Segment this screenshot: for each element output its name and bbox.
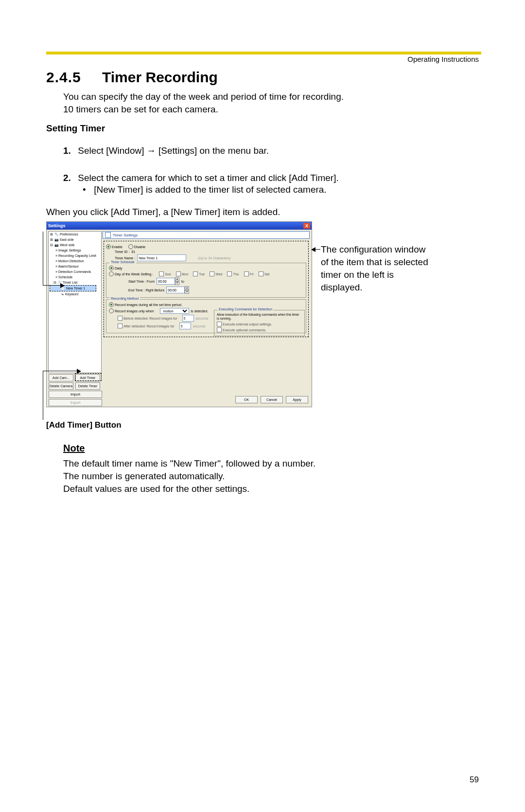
timer-name-label: Timer Name : — [115, 256, 135, 260]
chk-tue[interactable]: Tue — [193, 271, 205, 276]
daily-radio[interactable]: Daily — [109, 266, 122, 271]
step-2-bullet: • [New Timer] is added to the timer list… — [83, 184, 327, 195]
panel-header: Timer Settings — [103, 231, 310, 239]
tree-west-side[interactable]: ⊟ 📷 West side — [49, 242, 101, 248]
panel-icon — [105, 232, 111, 238]
note-line3: Default values are used for the other se… — [63, 484, 249, 494]
intro-line2: 10 timers can be set for each camera. — [63, 104, 218, 114]
addtimer-callout-v — [43, 371, 43, 420]
tree-keyword[interactable]: ↳ Keyword — [49, 291, 101, 297]
tree-preferences[interactable]: ⊞ 🔧 Preferences — [49, 232, 101, 237]
export-button[interactable]: Export — [49, 399, 102, 406]
chk-sat[interactable]: Sat — [259, 271, 270, 276]
record-all-radio[interactable]: Record images during all the set time pe… — [109, 302, 182, 307]
timer-schedule-title: Timer Schedule — [109, 260, 136, 264]
delete-camera-button[interactable]: Delete Camera — [49, 382, 73, 390]
recording-method-group: Recording Method Record images during al… — [106, 299, 306, 333]
chk-wed[interactable]: Wed — [210, 271, 222, 276]
note-line2: The number is generated automatically. — [63, 471, 225, 481]
step-1-number: 1. — [63, 144, 75, 157]
chk-sun[interactable]: Sun — [159, 271, 171, 276]
close-button[interactable]: X — [303, 223, 310, 229]
tree-new-timer-1[interactable]: 🕒 New Timer 1 — [50, 285, 96, 291]
page-number: 59 — [470, 775, 479, 785]
add-timer-caption: [Add Timer] Button — [46, 420, 122, 430]
add-timer-button[interactable]: Add Timer — [75, 374, 100, 381]
tree-alarm-sensor[interactable]: ≡ Alarm/Sensor — [49, 264, 101, 269]
timer-settings-panel: Timer Settings Enable Disable Timer ID :… — [103, 231, 310, 391]
timer-name-input[interactable] — [137, 254, 186, 261]
recording-method-title: Recording Method — [109, 297, 140, 300]
section-number: 2.4.5 — [46, 69, 81, 86]
bullet-dot-icon: • — [83, 184, 91, 195]
timer-name-hint: (Up to 24 Characters) — [198, 256, 230, 260]
step-2-number: 2. — [63, 171, 75, 184]
start-time-label: Start Time : From — [128, 280, 155, 283]
end-time-label: End Time : Right Before — [128, 289, 164, 292]
add-camera-button[interactable]: Add Cam... — [49, 374, 73, 381]
subheading-setting-timer: Setting Timer — [46, 123, 105, 134]
cancel-button[interactable]: Cancel — [261, 396, 283, 403]
chk-fri[interactable]: Fri — [244, 271, 254, 276]
dow-radio[interactable]: Day of the Week Setting : — [109, 271, 153, 276]
tree-motion-detection[interactable]: ≡ Motion Detection — [49, 258, 101, 264]
ok-button[interactable]: OK — [235, 396, 258, 403]
timer-id-label: Timer ID : — [115, 250, 129, 253]
step-2: 2. Select the camera for which to set a … — [63, 171, 339, 184]
record-when-radio[interactable]: Record images only when — [109, 308, 154, 313]
executing-commands-group: Executing Commands for Detection Allow e… — [214, 310, 305, 336]
after-seconds[interactable] — [179, 323, 191, 329]
before-detected-chk[interactable]: Before detected: Record images for — [118, 316, 177, 321]
tree-schedule[interactable]: ≡ Schedule — [49, 274, 101, 280]
apply-button[interactable]: Apply — [286, 396, 308, 403]
delete-timer-button[interactable]: Delete Timer — [75, 382, 100, 390]
settings-tree[interactable]: ⊞ 🔧 Preferences ⊞ 📷 East side ⊟ 📷 West s… — [48, 231, 102, 373]
intro-line1: You can specify the day of the week and … — [63, 91, 344, 102]
left-button-column: Add Cam... Add Timer Delete Camera Delet… — [48, 374, 101, 407]
step-2-text: Select the camera for which to set a tim… — [78, 173, 338, 183]
note-body: The default timer name is "New Timer", f… — [63, 457, 315, 495]
import-button[interactable]: Import — [49, 391, 102, 398]
after-detected-chk[interactable]: After detected: Record images for — [118, 324, 175, 328]
dialog-title: Settings — [48, 223, 66, 228]
panel-body-highlight: Enable Disable Timer ID : 01 Timer Name … — [104, 241, 309, 337]
dialog-ok-row: OK Cancel Apply — [235, 396, 309, 404]
arrow-right-icon-2 — [77, 369, 81, 374]
tree-recording-capacity[interactable]: ≡ Recording Capacity Limit — [49, 253, 101, 258]
panel-title: Timer Settings — [113, 233, 138, 237]
executing-commands-title: Executing Commands for Detection — [217, 307, 274, 311]
when-click-line: When you click [Add Timer], a [New Timer… — [46, 207, 280, 217]
timer-id-value: 01 — [131, 250, 135, 253]
is-detected-label: is detected. — [191, 309, 209, 313]
tree-timer-list[interactable]: ⊟ 🕒 Timer List — [49, 280, 101, 285]
chk-thu[interactable]: Thu — [227, 271, 239, 276]
step-2-bullet-text: [New Timer] is added to the timer list o… — [94, 184, 326, 195]
step-1: 1. Select [Window] → [Settings] on the m… — [63, 144, 269, 157]
annotation-right: The configuration window of the item tha… — [321, 243, 435, 294]
arrow-right-icon — [60, 283, 65, 288]
to-label: to — [181, 280, 184, 283]
tree-detection-commands[interactable]: ≡ Detection Commands — [49, 269, 101, 274]
arrow-left-icon — [311, 247, 315, 252]
disable-radio[interactable]: Disable — [128, 244, 145, 249]
note-heading: Note — [63, 443, 85, 454]
cmd-ext-output[interactable]: Execute external output settings. — [217, 322, 272, 326]
enable-radio[interactable]: Enable — [106, 244, 122, 249]
chk-mon[interactable]: Mon — [176, 271, 189, 276]
cmd-optional[interactable]: Execute optional commands. — [217, 327, 266, 332]
detect-type-select[interactable]: motion — [160, 308, 189, 314]
before-seconds[interactable] — [182, 315, 194, 322]
addtimer-callout-h — [43, 371, 79, 371]
header-right-label: Operating Instructions — [407, 55, 479, 63]
dialog-titlebar[interactable]: Settings X — [47, 222, 312, 230]
settings-dialog: Settings X ⊞ 🔧 Preferences ⊞ 📷 East side… — [46, 221, 312, 407]
cmds-desc: Allow execution of the following command… — [217, 313, 302, 321]
end-time-input[interactable]: ▲▼ — [166, 286, 189, 294]
tree-image-settings[interactable]: ≡ Image Settings — [49, 248, 101, 253]
tree-east-side[interactable]: ⊞ 📷 East side — [49, 237, 101, 242]
note-line1: The default timer name is "New Timer", f… — [63, 458, 315, 469]
tree-callout-v — [43, 232, 43, 285]
start-time-input[interactable]: ▲▼ — [157, 277, 179, 285]
section-title: Timer Recording — [102, 69, 218, 86]
step-1-text: Select [Window] → [Settings] on the menu… — [78, 145, 269, 156]
